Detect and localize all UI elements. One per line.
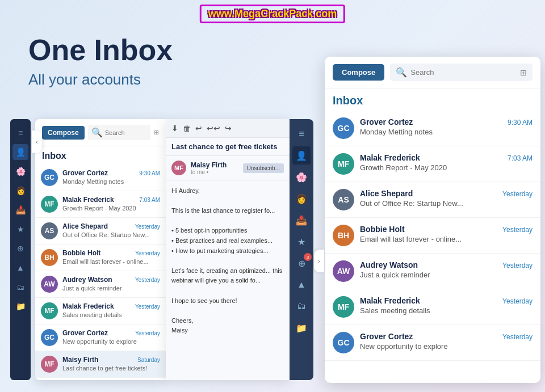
sender-info: Maisy Firth to me •	[191, 161, 227, 175]
people-icon[interactable]: 👤	[12, 144, 28, 160]
item-time: Yesterday	[135, 330, 160, 336]
item-content: Grover Cortez9:30 AMMonday Metting notes	[360, 117, 533, 136]
right-search-box[interactable]: 🔍 ⊞	[390, 64, 533, 81]
photo-icon[interactable]: 🌸	[292, 168, 311, 186]
list-item[interactable]: AWAudrey WatsonYesterdayJust a quick rem…	[35, 271, 166, 298]
item-content: Bobbie HoltYesterdayEmail will last fore…	[360, 225, 533, 243]
right-compose-button[interactable]: Compose	[333, 64, 384, 81]
item-preview: Just a quick reminder	[360, 271, 533, 279]
right-sidebar: ≡👤🌸👩📥★⊕3▲🗂📁	[290, 119, 313, 380]
list-item[interactable]: GCGrover CortezYesterdayNew opportunity …	[325, 325, 540, 361]
list-item[interactable]: BHBobbie HoltFriday↩ New project kick of…	[35, 378, 166, 380]
menu-icon[interactable]: ≡	[12, 125, 28, 141]
left-collapse-arrow[interactable]: ‹	[32, 130, 42, 153]
right-collapse-arrow[interactable]: ›	[314, 250, 324, 272]
email-from-row: MF Maisy Firth to me • Unsubscrib...	[166, 156, 290, 180]
list-item[interactable]: GCGrover Cortez9:30 AMMonday Metting not…	[325, 111, 540, 146]
avatar: MF	[333, 296, 354, 318]
avatar-icon[interactable]: 👩	[12, 183, 28, 199]
sender-name: Maisy Firth	[191, 161, 227, 169]
list-item[interactable]: MFMalak Frederick7:03 AMGrowth Report - …	[325, 146, 540, 182]
search-icon: 🔍	[91, 127, 103, 138]
list-item[interactable]: MFMaisy FirthSaturdayLast chance to get …	[35, 351, 166, 378]
list-item[interactable]: MFMalak FrederickYesterdaySales meeting …	[35, 298, 166, 324]
item-content: Grover CortezYesterdayNew opportunity to…	[360, 332, 533, 351]
search-input[interactable]	[105, 129, 147, 136]
list-item[interactable]: ASAlice ShepardYesterdayOut of Office Re…	[325, 182, 540, 218]
item-content: Alice ShepardYesterdayOut of Office Re: …	[62, 222, 160, 238]
list-item[interactable]: ASAlice ShepardYesterdayOut of Office Re…	[35, 218, 166, 245]
reply-icon[interactable]: ↩	[195, 124, 202, 133]
email-list: GCGrover Cortez9:30 AMMonday Metting not…	[35, 165, 166, 380]
item-name: Malak Frederick	[360, 153, 420, 162]
nav2-icon[interactable]: ▲	[292, 276, 311, 294]
inbox-icon[interactable]: 📥	[12, 202, 28, 218]
item-content: Bobbie HoltYesterdayEmail will last fore…	[62, 249, 160, 265]
trash-icon[interactable]: 🗑	[183, 124, 191, 133]
people-icon[interactable]: 👤	[292, 146, 311, 165]
reply-all-icon[interactable]: ↩↩	[207, 124, 220, 133]
list-item[interactable]: AWAudrey WatsonYesterdayJust a quick rem…	[325, 254, 540, 289]
avatar: AS	[333, 189, 354, 210]
circle-icon[interactable]: ⊕	[12, 241, 28, 256]
list-item[interactable]: GCGrover Cortez9:30 AMMonday Metting not…	[35, 165, 166, 191]
forward-icon[interactable]: ↪	[225, 124, 232, 133]
item-content: Malak FrederickYesterdaySales meeting de…	[360, 296, 533, 315]
list-item[interactable]: BHBobbie HoltYesterdayEmail will last fo…	[325, 218, 540, 254]
nav-icon[interactable]: ▲	[12, 260, 28, 276]
right-search-icon: 🔍	[396, 67, 407, 78]
right-inbox-title: Inbox	[325, 88, 540, 111]
item-name: Maisy Firth	[62, 356, 98, 364]
search-box[interactable]: 🔍	[88, 125, 150, 140]
item-preview: Out of Office Re: Startup New...	[62, 231, 160, 238]
star-icon[interactable]: ★	[12, 221, 28, 237]
filter-icon[interactable]: ⊞	[154, 129, 159, 136]
avatar: GC	[333, 117, 354, 139]
avatar: BH	[41, 249, 58, 266]
badge-icon[interactable]: ⊕3	[292, 254, 311, 272]
sender-avatar: MF	[171, 161, 186, 175]
list-item[interactable]: MFMalak Frederick7:03 AMGrowth Report - …	[35, 191, 166, 218]
list-item[interactable]: GCGrover CortezYesterdayNew opportunity …	[35, 324, 166, 351]
item-time: Yesterday	[135, 250, 160, 256]
item-name: Grover Cortez	[62, 329, 108, 337]
list-item[interactable]: BHBobbie HoltYesterdayEmail will last fo…	[35, 245, 166, 271]
item-content: Malak Frederick7:03 AMGrowth Report - Ma…	[62, 196, 160, 212]
right-panel-header: Compose 🔍 ⊞	[325, 57, 540, 88]
list-item[interactable]: MFMalak FrederickYesterdaySales meeting …	[325, 289, 540, 325]
item-name: Bobbie Holt	[360, 225, 405, 234]
email-subject: Last chance to get free tickets	[166, 138, 290, 156]
avatar: BH	[333, 225, 354, 246]
download-icon[interactable]: ⬇	[171, 124, 178, 133]
item-name: Malak Frederick	[62, 196, 114, 204]
item-content: Malak Frederick7:03 AMGrowth Report - Ma…	[360, 153, 533, 172]
item-name: Grover Cortez	[360, 332, 413, 341]
unsubscribe-button[interactable]: Unsubscrib...	[243, 163, 284, 173]
avatar: AW	[41, 276, 58, 293]
right-search-input[interactable]	[410, 68, 517, 77]
avatar: GC	[41, 329, 58, 346]
avatar2-icon[interactable]: 👩	[292, 189, 311, 208]
folder2-icon[interactable]: 📁	[292, 319, 311, 337]
brief2-icon[interactable]: 🗂	[292, 297, 311, 315]
item-content: Grover Cortez9:30 AMMonday Metting notes	[62, 169, 160, 185]
compose-button[interactable]: Compose	[42, 126, 85, 140]
avatar: MF	[333, 153, 354, 175]
avatar: MF	[41, 196, 58, 213]
item-time: 9:30 AM	[139, 170, 160, 176]
menu-icon[interactable]: ≡	[292, 125, 311, 143]
item-name: Grover Cortez	[360, 117, 413, 127]
inbox-title: Inbox	[35, 146, 166, 165]
photos-icon[interactable]: 🌸	[12, 163, 28, 179]
right-filter-icon[interactable]: ⊞	[520, 68, 527, 77]
avatar: GC	[41, 169, 58, 186]
briefcase-icon[interactable]: 🗂	[12, 279, 28, 295]
inbox2-icon[interactable]: 📥	[292, 211, 311, 229]
folder-icon[interactable]: 📁	[12, 298, 28, 314]
item-preview: Growth Report - May 2020	[360, 163, 533, 172]
item-time: Yesterday	[135, 304, 160, 310]
item-name: Malak Frederick	[360, 296, 420, 305]
item-content: Grover CortezYesterdayNew opportunity to…	[62, 329, 160, 345]
star2-icon[interactable]: ★	[292, 233, 311, 251]
right-panel: Compose 🔍 ⊞ Inbox GCGrover Cortez9:30 AM…	[325, 57, 540, 383]
